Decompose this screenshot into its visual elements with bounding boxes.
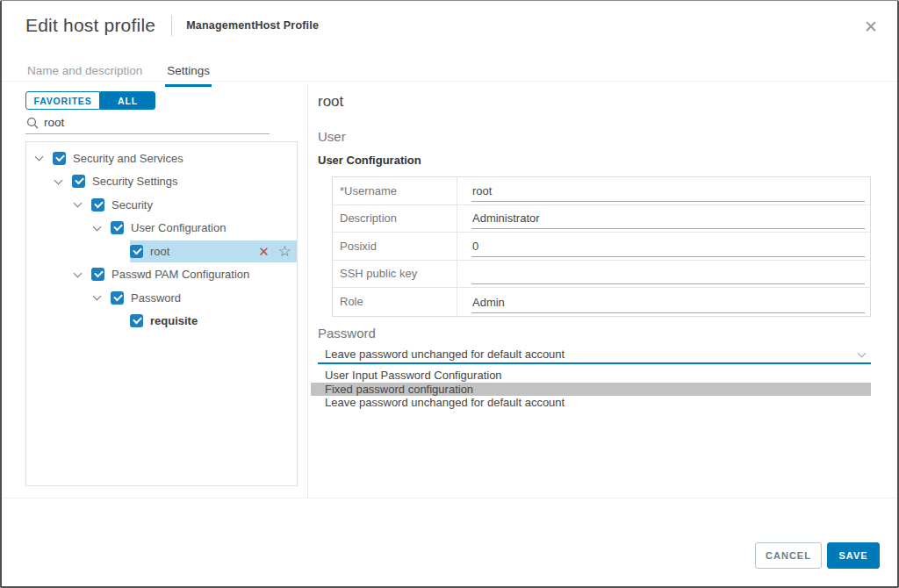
user-section-heading: User xyxy=(318,129,346,144)
field-label: SSH public key xyxy=(333,261,457,288)
filter-segmented-control: FAVORITES ALL xyxy=(25,91,155,110)
panel-divider xyxy=(307,84,308,498)
tree-item-label: Security Settings xyxy=(92,175,178,188)
password-section-heading: Password xyxy=(318,326,376,341)
tree-item-label: root xyxy=(150,245,169,258)
content-footer-divider xyxy=(2,498,897,498)
settings-tree: Security and Services Security Settings … xyxy=(25,141,298,486)
description-field[interactable] xyxy=(471,212,865,229)
favorites-button[interactable]: FAVORITES xyxy=(25,91,100,110)
chevron-down-icon[interactable] xyxy=(33,152,46,164)
search-input[interactable] xyxy=(44,116,270,129)
posixid-field[interactable] xyxy=(471,240,865,257)
chevron-down-icon[interactable] xyxy=(72,269,84,281)
option-user-input-password[interactable]: User Input Password Configuration xyxy=(311,369,871,383)
password-policy-options: User Input Password Configuration Fixed … xyxy=(311,369,871,410)
tree-item-label: User Configuration xyxy=(131,221,226,234)
tab-settings[interactable]: Settings xyxy=(165,61,212,87)
favorite-star-icon[interactable]: ☆ xyxy=(278,244,291,259)
chevron-down-icon xyxy=(857,349,867,360)
tree-item-password[interactable]: Password xyxy=(26,286,297,310)
tree-item-label: requisite xyxy=(150,314,198,327)
option-fixed-password[interactable]: Fixed password configuration xyxy=(311,383,871,397)
ssh-public-key-field[interactable] xyxy=(471,267,865,284)
tree-item-user-configuration[interactable]: User Configuration xyxy=(26,217,297,240)
table-row-description: Description xyxy=(333,205,870,233)
checkbox-checked-icon[interactable] xyxy=(91,198,104,212)
edit-host-profile-dialog: Edit host profile ManagementHost Profile… xyxy=(0,0,899,588)
close-icon[interactable]: ✕ xyxy=(860,17,881,38)
tree-item-label: Security and Services xyxy=(73,152,183,165)
tree-item-label: Security xyxy=(111,198,153,212)
username-field[interactable] xyxy=(471,184,865,202)
chevron-down-icon[interactable] xyxy=(53,176,65,188)
tree-search xyxy=(25,114,270,134)
checkbox-checked-icon[interactable] xyxy=(53,152,66,165)
field-label: Posixid xyxy=(333,233,457,260)
table-row-username: *Username xyxy=(333,177,870,205)
title-divider xyxy=(171,15,172,36)
checkbox-checked-icon[interactable] xyxy=(111,291,124,305)
tabs-divider xyxy=(2,81,897,82)
tree-item-security[interactable]: Security xyxy=(26,193,297,217)
table-row-role: Role xyxy=(333,288,870,316)
checkbox-checked-icon[interactable] xyxy=(111,221,124,234)
search-icon xyxy=(26,117,39,129)
checkbox-checked-icon[interactable] xyxy=(72,175,85,188)
selected-item-heading: root xyxy=(318,93,343,111)
tree-item-root[interactable]: root ✕ ☆ xyxy=(26,240,297,263)
tree-item-label: Passwd PAM Configuration xyxy=(111,268,249,281)
field-label: Description xyxy=(333,205,457,233)
dialog-header: Edit host profile ManagementHost Profile xyxy=(25,15,319,36)
checkbox-checked-icon[interactable] xyxy=(91,268,104,281)
field-label: *Username xyxy=(333,177,457,204)
tree-item-requisite[interactable]: requisite xyxy=(26,310,297,333)
checkbox-checked-icon[interactable] xyxy=(130,245,143,258)
all-button[interactable]: ALL xyxy=(100,91,155,110)
save-button[interactable]: SAVE xyxy=(827,542,880,569)
tree-item-security-and-services[interactable]: Security and Services xyxy=(26,147,297,170)
tree-item-security-settings[interactable]: Security Settings xyxy=(26,170,297,194)
checkbox-checked-icon[interactable] xyxy=(130,314,143,327)
remove-icon[interactable]: ✕ xyxy=(258,245,270,258)
user-configuration-table: *Username Description Posixid SSH public… xyxy=(332,176,871,317)
user-configuration-heading: User Configuration xyxy=(318,154,421,167)
table-row-posixid: Posixid xyxy=(333,233,870,261)
cancel-button[interactable]: CANCEL xyxy=(755,542,822,569)
select-current-value: Leave password unchanged for default acc… xyxy=(318,348,857,361)
chevron-down-icon[interactable] xyxy=(91,291,104,304)
tree-item-passwd-pam-configuration[interactable]: Passwd PAM Configuration xyxy=(26,263,297,287)
option-leave-password-unchanged[interactable]: Leave password unchanged for default acc… xyxy=(311,396,871,410)
table-row-ssh-public-key: SSH public key xyxy=(333,261,870,289)
field-label: Role xyxy=(333,288,457,316)
profile-name: ManagementHost Profile xyxy=(186,19,319,32)
password-policy-select[interactable]: Leave password unchanged for default acc… xyxy=(318,346,871,364)
tree-item-label: Password xyxy=(131,291,181,305)
chevron-down-icon[interactable] xyxy=(91,222,104,234)
dialog-tabs: Name and description Settings xyxy=(25,61,212,87)
tab-name-and-description[interactable]: Name and description xyxy=(25,61,144,87)
dialog-title: Edit host profile xyxy=(25,15,155,36)
chevron-down-icon[interactable] xyxy=(72,198,84,211)
role-field[interactable] xyxy=(471,296,865,313)
